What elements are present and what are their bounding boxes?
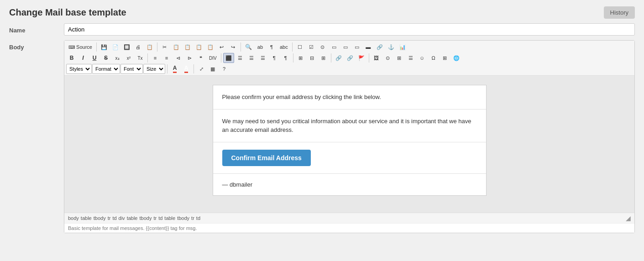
select-all-button[interactable]: ¶ [266,42,277,52]
div-button[interactable]: DIV [207,53,219,63]
fullscreen-button[interactable]: ⤢ [196,64,207,74]
align-left-button[interactable]: ⬛ [223,53,234,63]
status-bar: body table tbody tr td div table tbody t… [64,213,634,223]
email-para-1: Please confirm your email address by cli… [222,93,477,102]
editor-body[interactable]: Please confirm your email address by cli… [64,76,634,213]
table-properties-button[interactable]: ⊟ [307,53,318,63]
insert-table-button[interactable]: ⊞ [394,53,405,63]
unordered-list-button[interactable]: ≡ [161,53,172,63]
email-para-2: We may need to send you critical informa… [222,117,477,135]
align-right-button[interactable]: ☰ [246,53,257,63]
insert-link-button[interactable]: 🔗 [374,42,385,52]
find-replace-button[interactable]: ab [255,42,266,52]
underline-button[interactable]: U [89,53,100,63]
confirm-email-button[interactable]: Confirm Email Address [222,150,311,166]
blockquote-button[interactable]: ❝ [195,53,206,63]
tag-tbody-1[interactable]: tbody [94,215,106,221]
body-label: Body [9,40,64,51]
clear-format-button[interactable]: Tx [135,53,146,63]
table-cell-button[interactable]: ⊞ [318,53,329,63]
tag-td-1[interactable]: td [112,215,116,221]
paste-word-button[interactable]: 📋 [205,42,216,52]
insert-rule-button[interactable]: ☰ [405,53,416,63]
page-header: Change Mail base template History [0,0,644,23]
link-button[interactable]: 🔗 [333,53,344,63]
unlink-button[interactable]: 🔗 [345,53,356,63]
table-button[interactable]: ⊞ [295,53,306,63]
radio-button[interactable]: ⊙ [317,42,328,52]
anchor-button[interactable]: 🚩 [356,53,367,63]
tag-table-3[interactable]: table [164,215,175,221]
rtl-button[interactable]: ¶ [280,53,291,63]
preview-doc-button[interactable]: 📋 [144,42,155,52]
insert-rect-button[interactable]: ▭ [329,42,340,52]
ltr-button[interactable]: ¶ [269,53,280,63]
bg-color-button[interactable]: A [181,64,192,74]
separator-3 [241,42,241,52]
tag-body[interactable]: body [68,215,79,221]
separator-7 [293,53,293,63]
special-char-button[interactable]: Ω [428,53,439,63]
bold-button[interactable]: B [66,53,77,63]
subscript-button[interactable]: x₂ [112,53,123,63]
page-break-button[interactable]: ⊞ [440,53,450,63]
format-select[interactable]: Format [92,64,120,74]
flash-button[interactable]: ⊙ [382,53,393,63]
tag-div[interactable]: div [119,215,125,221]
paste-button[interactable]: 📋 [182,42,193,52]
insert-bar-button[interactable]: ▬ [363,42,374,52]
cut-button[interactable]: ✂ [159,42,170,52]
insert-select-button[interactable]: ▭ [351,42,362,52]
insert-box-button[interactable]: ☐ [294,42,305,52]
align-justify-button[interactable]: ☰ [257,53,268,63]
show-blocks-button[interactable]: ▦ [207,64,218,74]
copy-button[interactable]: 📋 [171,42,182,52]
tag-tbody-2[interactable]: tbody [139,215,152,221]
resize-handle[interactable]: ◢ [626,214,631,222]
font-color-icon: A [173,65,177,73]
insert-embed-button[interactable]: 📊 [397,42,408,52]
tag-tr-2[interactable]: tr [153,215,157,221]
separator-10 [167,64,168,73]
indent-button[interactable]: ⊳ [184,53,195,63]
insert-anchor-button[interactable]: ⚓ [386,42,397,52]
tag-tr-3[interactable]: tr [191,215,194,221]
print-button[interactable]: 🖨 [133,42,144,52]
tag-td-2[interactable]: td [158,215,162,221]
template-button[interactable]: 🔲 [121,42,132,52]
insert-line-button[interactable]: ▭ [340,42,351,52]
tag-table-1[interactable]: table [81,215,92,221]
styles-select[interactable]: Styles [66,64,92,74]
iframe-button[interactable]: 🌐 [451,53,462,63]
font-color-button[interactable]: A [169,64,180,74]
help-button[interactable]: ? [219,64,230,74]
redo-button[interactable]: ↪ [228,42,239,52]
smiley-button[interactable]: ☺ [417,53,428,63]
email-preview: Please confirm your email address by cli… [213,85,487,196]
size-select[interactable]: Size [143,64,165,74]
editor-container-wrapper: ⌨ Source 💾 📄 🔲 🖨 📋 ✂ 📋 📋 📋 📋 [64,40,635,233]
save-doc-button[interactable]: 💾 [99,42,110,52]
font-select[interactable]: Font [120,64,143,74]
find-button[interactable]: 🔍 [243,42,254,52]
tag-td-3[interactable]: td [196,215,200,221]
italic-button[interactable]: I [78,53,89,63]
tag-tr-1[interactable]: tr [108,215,111,221]
new-doc-button[interactable]: 📄 [110,42,121,52]
image-button[interactable]: 🖼 [371,53,382,63]
history-button[interactable]: History [604,6,635,19]
outdent-button[interactable]: ⊲ [173,53,183,63]
tag-tbody-3[interactable]: tbody [177,215,189,221]
source-button[interactable]: ⌨ Source [66,42,94,52]
name-input[interactable] [64,23,635,36]
ordered-list-button[interactable]: ≡ [150,53,161,63]
undo-button[interactable]: ↩ [216,42,227,52]
editor-toolbar: ⌨ Source 💾 📄 🔲 🖨 📋 ✂ 📋 📋 📋 📋 [64,41,634,76]
spellcheck-button[interactable]: abc [277,42,290,52]
align-center-button[interactable]: ☰ [235,53,246,63]
checkbox-button[interactable]: ☑ [306,42,317,52]
paste-plain-button[interactable]: 📋 [194,42,204,52]
strikethrough-button[interactable]: S [100,53,111,63]
tag-table-2[interactable]: table [127,215,138,221]
superscript-button[interactable]: x² [123,53,134,63]
